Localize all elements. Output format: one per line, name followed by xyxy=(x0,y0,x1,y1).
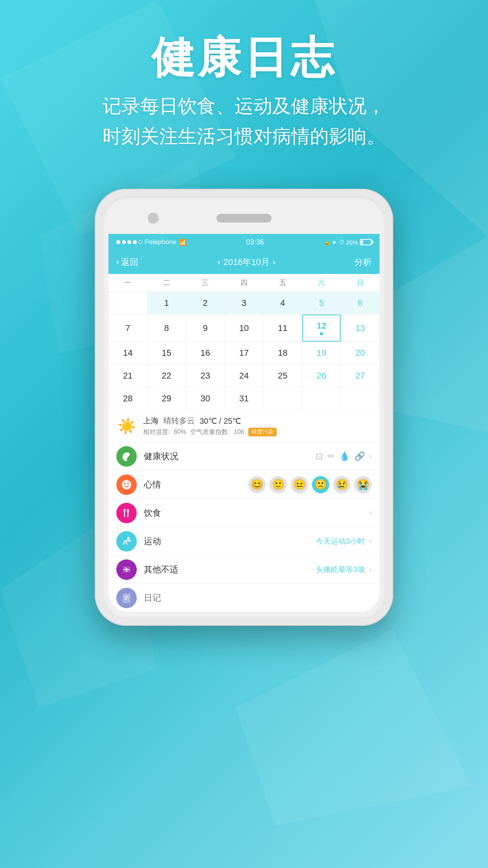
mood-faces: 😊 🙂 😐 🙁 😢 😭 xyxy=(248,476,372,493)
calendar-cell-21[interactable]: 21 xyxy=(108,364,147,387)
calendar-cell-15[interactable]: 15 xyxy=(147,342,186,364)
prev-month-icon[interactable]: ‹ xyxy=(217,257,220,267)
nav-title: ‹ 2016年10月 › xyxy=(217,256,275,268)
signal-dot-5 xyxy=(138,240,142,244)
discomfort-chevron: › xyxy=(369,565,372,575)
weekday-wed: 三 xyxy=(186,274,225,291)
calendar-cell-16[interactable]: 16 xyxy=(186,342,225,364)
calendar-cell-26[interactable]: 26 xyxy=(302,364,341,387)
weather-row: ☀️ 上海 晴转多云 30℃ / 25℃ 相对湿度: 60% 空气质量指数: 1… xyxy=(108,410,380,442)
mood-very-sad[interactable]: 😢 xyxy=(333,476,350,493)
calendar-cell-28[interactable]: 28 xyxy=(108,387,147,410)
calendar-cell-empty-3 xyxy=(302,387,341,410)
diet-row[interactable]: 饮食 › xyxy=(108,499,380,527)
calendar-week-2: 7 8 9 10 11 12 13 xyxy=(108,314,380,342)
back-button[interactable]: ‹ 返回 xyxy=(116,256,138,268)
mood-sad[interactable]: 🙁 xyxy=(312,476,329,493)
calendar-cell-20[interactable]: 20 xyxy=(341,342,380,364)
calendar-week-3: 14 15 16 17 18 19 20 xyxy=(108,342,380,364)
calendar-cell-30[interactable]: 30 xyxy=(186,387,225,410)
health-status-chevron: › xyxy=(369,451,372,462)
diet-icon xyxy=(116,503,137,523)
status-left: Pelephone 📶 xyxy=(116,238,187,246)
battery-icon xyxy=(360,239,372,245)
humidity-value: 60% xyxy=(174,428,186,436)
mood-row[interactable]: 心情 😊 🙂 😐 🙁 😢 😭 xyxy=(108,471,380,499)
nav-bar: ‹ 返回 ‹ 2016年10月 › 分析 xyxy=(108,250,380,274)
health-icon-link: 🔗 xyxy=(354,451,365,462)
leaf-icon xyxy=(121,451,132,462)
exercise-row[interactable]: 运动 今天运动3小时 › xyxy=(108,527,380,555)
signal-dot-1 xyxy=(116,240,120,244)
back-chevron-icon: ‹ xyxy=(116,257,119,267)
weather-info: 上海 晴转多云 30℃ / 25℃ 相对湿度: 60% 空气质量指数: 106 … xyxy=(143,416,372,436)
phone-speaker xyxy=(216,214,272,223)
weather-city: 上海 xyxy=(143,416,159,426)
weather-icon: ☀️ xyxy=(116,416,137,436)
aqi-value: 106 xyxy=(234,428,244,436)
calendar-cell-11[interactable]: 11 xyxy=(263,314,302,342)
status-time: 03:36 xyxy=(246,238,264,246)
calendar-cell-18[interactable]: 18 xyxy=(263,342,302,364)
calendar-cell-13[interactable]: 13 xyxy=(341,314,380,342)
calendar-cell-8[interactable]: 8 xyxy=(147,314,186,342)
weather-detail: 相对湿度: 60% 空气质量指数: 106 轻度污染 xyxy=(143,428,372,436)
analysis-button[interactable]: 分析 xyxy=(354,256,372,268)
calendar-cell-5[interactable]: 5 xyxy=(302,292,341,314)
svg-point-8 xyxy=(127,483,129,484)
health-status-icon xyxy=(116,446,137,467)
weekday-fri: 五 xyxy=(263,274,302,291)
discomfort-row[interactable]: 其他不适 头痛眩晕等3项 › xyxy=(108,555,380,584)
status-bar: Pelephone 📶 03:36 🔒 ➤ ⏱ 20% xyxy=(108,234,380,250)
calendar-cell-3[interactable]: 3 xyxy=(225,292,264,314)
exercise-value: 今天运动3小时 xyxy=(316,536,365,546)
back-label: 返回 xyxy=(121,256,138,268)
discomfort-label: 其他不适 xyxy=(144,564,316,576)
calendar-weekdays: 一 二 三 四 五 六 日 xyxy=(108,274,380,292)
lock-icon: 🔒 xyxy=(323,239,330,245)
phone-inner: Pelephone 📶 03:36 🔒 ➤ ⏱ 20% xyxy=(103,197,385,618)
health-status-row[interactable]: 健康状况 ⊡ ✏ 💧 🔗 › xyxy=(108,442,380,471)
carrier-name: Pelephone xyxy=(145,238,176,246)
svg-marker-4 xyxy=(236,629,471,826)
next-month-icon[interactable]: › xyxy=(273,257,275,267)
calendar-cell-7[interactable]: 7 xyxy=(108,314,147,342)
calendar-cell-empty-1[interactable] xyxy=(108,292,147,314)
calendar-cell-6[interactable]: 6 xyxy=(341,292,380,314)
month-year-label: 2016年10月 xyxy=(223,256,269,268)
mood-very-happy[interactable]: 😊 xyxy=(248,476,266,493)
calendar-cell-1[interactable]: 1 xyxy=(147,292,186,314)
signal-dot-4 xyxy=(133,240,137,244)
weekday-sun: 日 xyxy=(341,274,380,291)
calendar-cell-12-today[interactable]: 12 xyxy=(302,314,341,342)
diary-label: 日记 xyxy=(144,592,372,604)
location-icon: ➤ xyxy=(332,239,337,245)
exercise-chevron: › xyxy=(369,536,372,546)
calendar-week-4: 21 22 23 24 25 26 27 xyxy=(108,364,380,387)
calendar-cell-29[interactable]: 29 xyxy=(147,387,186,410)
calendar-cell-31[interactable]: 31 xyxy=(225,387,264,410)
calendar-cell-10[interactable]: 10 xyxy=(225,314,264,342)
calendar-cell-25[interactable]: 25 xyxy=(263,364,302,387)
mood-neutral[interactable]: 😐 xyxy=(291,476,308,493)
calendar-cell-4[interactable]: 4 xyxy=(263,292,302,314)
mood-icon xyxy=(116,474,137,495)
mood-terrible[interactable]: 😭 xyxy=(354,476,372,493)
app-title: 健康日志 xyxy=(0,31,488,83)
svg-rect-14 xyxy=(123,594,130,603)
calendar-cell-24[interactable]: 24 xyxy=(225,364,264,387)
calendar-cell-22[interactable]: 22 xyxy=(147,364,186,387)
calendar-cell-19[interactable]: 19 xyxy=(302,342,341,364)
calendar-cell-23[interactable]: 23 xyxy=(186,364,225,387)
calendar-cell-17[interactable]: 17 xyxy=(225,342,264,364)
calendar-cell-27[interactable]: 27 xyxy=(341,364,380,387)
diary-row-partial[interactable]: 日记 xyxy=(108,584,380,612)
header-subtitle: 记录每日饮食、运动及健康状况， 时刻关注生活习惯对病情的影响。 xyxy=(0,91,488,152)
phone-screen: Pelephone 📶 03:36 🔒 ➤ ⏱ 20% xyxy=(108,202,380,612)
health-icon-scale: ⊡ xyxy=(316,451,323,462)
calendar-cell-14[interactable]: 14 xyxy=(108,342,147,364)
calendar-cell-2[interactable]: 2 xyxy=(186,292,225,314)
mood-happy[interactable]: 🙂 xyxy=(270,476,287,493)
pollution-badge: 轻度污染 xyxy=(248,428,277,436)
calendar-cell-9[interactable]: 9 xyxy=(186,314,225,342)
